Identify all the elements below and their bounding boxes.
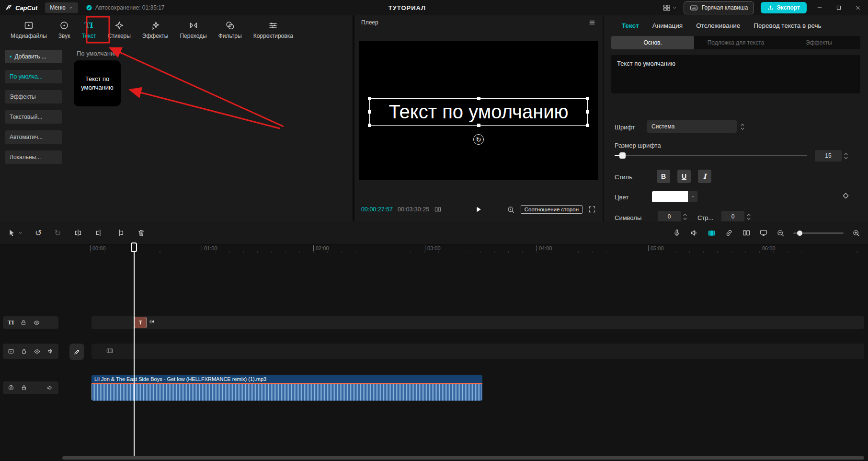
resize-handle[interactable] bbox=[586, 110, 589, 114]
resize-handle[interactable] bbox=[368, 97, 371, 100]
sidebar-item-default[interactable]: По умолча... bbox=[5, 70, 62, 83]
sidebar-item-auto[interactable]: Автоматич... bbox=[5, 130, 62, 144]
keyframe-icon[interactable] bbox=[842, 192, 849, 199]
sidebar-item-text-templates[interactable]: Текстовый... bbox=[5, 110, 62, 124]
italic-button[interactable]: I bbox=[698, 170, 711, 183]
close-button[interactable] bbox=[852, 0, 864, 15]
resize-handle[interactable] bbox=[477, 97, 480, 100]
resize-handle[interactable] bbox=[586, 97, 589, 100]
lock-icon[interactable] bbox=[21, 384, 27, 391]
delete-button[interactable] bbox=[137, 229, 146, 237]
video-preview[interactable]: Текст по умолчанию ↻ bbox=[359, 41, 598, 180]
eye-icon[interactable] bbox=[33, 319, 40, 326]
tab-filters[interactable]: Фильтры bbox=[213, 20, 248, 39]
rotate-handle[interactable]: ↻ bbox=[473, 134, 484, 145]
monitor-icon[interactable] bbox=[759, 229, 768, 237]
default-text-card[interactable]: Текст по умолчанию bbox=[74, 60, 121, 106]
lock-icon[interactable] bbox=[20, 319, 27, 326]
link-icon[interactable] bbox=[725, 229, 733, 237]
subtab-effects[interactable]: Эффекты bbox=[777, 36, 860, 49]
font-size-value[interactable]: 15 bbox=[815, 150, 842, 161]
text-track-icon: TI bbox=[8, 320, 14, 326]
resize-handle[interactable] bbox=[368, 110, 371, 114]
color-swatch[interactable] bbox=[652, 191, 688, 202]
tab-transitions[interactable]: Переходы bbox=[174, 20, 212, 39]
add-button[interactable]: ▾ Добавить ... bbox=[5, 50, 62, 63]
split-view-icon[interactable] bbox=[742, 229, 751, 237]
minimize-button[interactable] bbox=[813, 0, 826, 15]
tab-tracking[interactable]: Отслеживание bbox=[696, 22, 740, 29]
color-dropdown-icon[interactable] bbox=[688, 191, 697, 202]
preview-zoom-icon[interactable] bbox=[507, 206, 515, 214]
tab-text[interactable]: TI Текст bbox=[76, 20, 102, 39]
zoom-in-icon[interactable] bbox=[852, 229, 860, 237]
redo-button[interactable]: ↻ bbox=[54, 229, 61, 237]
font-stepper[interactable] bbox=[739, 120, 746, 133]
resize-handle[interactable] bbox=[586, 124, 589, 127]
mic-icon[interactable] bbox=[673, 229, 681, 237]
mute-icon[interactable] bbox=[46, 384, 53, 391]
aspect-ratio-button[interactable]: Соотношение сторон bbox=[521, 205, 582, 214]
font-select[interactable]: Система bbox=[647, 120, 737, 133]
subtab-text-backing[interactable]: Подложка для текста bbox=[694, 36, 777, 49]
text-track-lane[interactable] bbox=[91, 316, 864, 329]
sidebar-item-effects[interactable]: Эффекты bbox=[5, 90, 62, 104]
trim-right-button[interactable] bbox=[116, 229, 125, 237]
chevron-down-icon bbox=[69, 5, 73, 10]
sidebar-item-local[interactable]: Локальны... bbox=[5, 150, 62, 164]
maximize-button[interactable] bbox=[833, 0, 845, 15]
text-selection-box[interactable]: Текст по умолчанию bbox=[369, 98, 588, 126]
select-tool-button[interactable] bbox=[8, 229, 23, 237]
fullscreen-icon[interactable] bbox=[588, 206, 596, 213]
player-menu-icon[interactable] bbox=[588, 19, 596, 26]
tab-text-settings[interactable]: Текст bbox=[622, 22, 639, 29]
playhead-handle[interactable] bbox=[131, 242, 137, 252]
tab-media[interactable]: Медиафайлы bbox=[5, 20, 53, 39]
eye-icon[interactable] bbox=[34, 348, 41, 355]
export-button[interactable]: Экспорт bbox=[761, 2, 807, 13]
subtab-basic[interactable]: Основ. bbox=[611, 36, 694, 49]
timeline-ruler[interactable]: 00:00 01:00 02:00 03:00 04:00 05:00 06:0… bbox=[90, 244, 868, 253]
undo-button[interactable]: ↺ bbox=[35, 229, 42, 237]
video-track-lane[interactable] bbox=[91, 344, 864, 359]
frame-preview-icon[interactable] bbox=[434, 206, 442, 213]
line-spacing-value[interactable]: 0 bbox=[721, 211, 744, 221]
play-button[interactable] bbox=[475, 206, 482, 213]
cover-icon[interactable] bbox=[707, 229, 716, 238]
timeline-zoom-slider[interactable] bbox=[793, 232, 844, 234]
voiceover-icon[interactable] bbox=[690, 229, 698, 237]
draft-edit-button[interactable] bbox=[69, 344, 84, 360]
audio-track-icon bbox=[8, 384, 14, 391]
font-size-slider[interactable] bbox=[615, 155, 807, 156]
resize-handle[interactable] bbox=[477, 124, 480, 127]
tab-audio[interactable]: Звук bbox=[53, 20, 76, 39]
letter-spacing-stepper[interactable] bbox=[682, 211, 688, 221]
menu-button[interactable]: Меню bbox=[45, 2, 78, 13]
tab-text-to-speech[interactable]: Перевод текста в речь bbox=[754, 22, 821, 29]
text-clip[interactable]: T bbox=[134, 317, 147, 328]
resize-handle[interactable] bbox=[368, 124, 371, 127]
tab-adjust[interactable]: Корректировка bbox=[248, 20, 299, 39]
letter-spacing-value[interactable]: 0 bbox=[658, 211, 681, 221]
timeline-panel: ↺ ↻ bbox=[0, 221, 868, 461]
slider-handle[interactable] bbox=[619, 152, 626, 159]
underline-button[interactable]: U bbox=[677, 170, 691, 183]
split-button[interactable] bbox=[74, 229, 82, 237]
trim-left-button[interactable] bbox=[95, 229, 103, 237]
lock-icon[interactable] bbox=[21, 348, 27, 355]
workspace-layout-icon[interactable] bbox=[662, 3, 677, 12]
text-input[interactable]: Текст по умолчанию bbox=[611, 55, 860, 93]
font-size-stepper[interactable] bbox=[843, 150, 849, 161]
bold-button[interactable]: B bbox=[657, 170, 670, 183]
line-spacing-stepper[interactable] bbox=[745, 211, 752, 221]
tab-animation[interactable]: Анимация bbox=[652, 22, 683, 29]
audio-clip[interactable]: Lil Jon & The East Side Boys - Get low (… bbox=[91, 375, 482, 401]
tab-effects[interactable]: Эффекты bbox=[137, 20, 174, 39]
hotkey-button[interactable]: Горячая клавиша bbox=[684, 1, 754, 14]
zoom-slider-handle[interactable] bbox=[797, 230, 802, 236]
tab-stickers[interactable]: Стикеры bbox=[102, 20, 137, 39]
mute-icon[interactable] bbox=[47, 348, 54, 355]
zoom-out-icon[interactable] bbox=[777, 229, 785, 237]
timeline-scrollbar[interactable] bbox=[62, 456, 864, 460]
playhead[interactable] bbox=[134, 244, 135, 456]
